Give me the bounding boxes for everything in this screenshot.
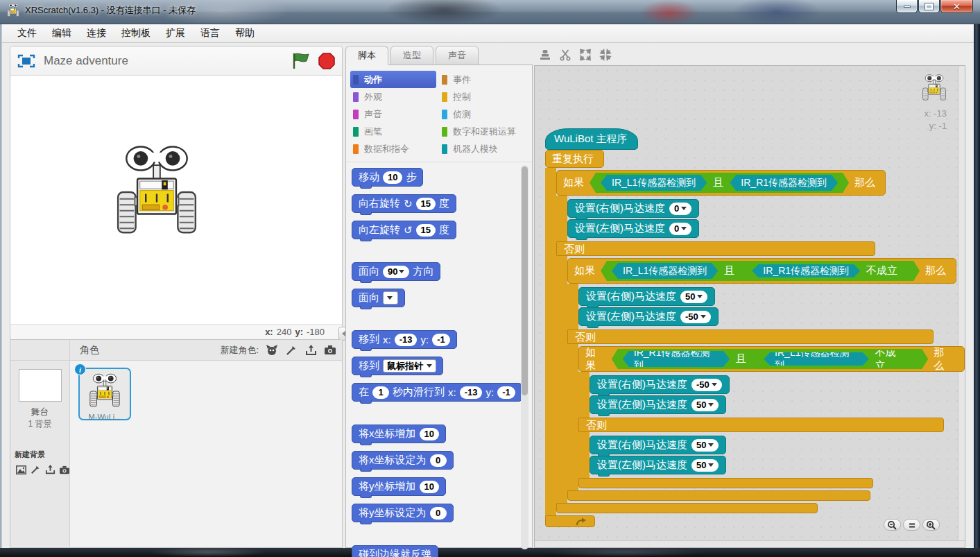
target-dropdown[interactable]: [383, 291, 398, 305]
block-change-x[interactable]: 将x坐标增加 10: [352, 425, 446, 443]
stage-thumbnail[interactable]: [19, 369, 62, 402]
upload-sprite-button[interactable]: [303, 343, 318, 357]
speed-dropdown[interactable]: 50: [691, 459, 719, 472]
y-input[interactable]: 0: [430, 507, 447, 520]
shrink-sprite-icon[interactable]: [599, 47, 612, 62]
sensor-ir-r1[interactable]: IR_R1传感器检测到: [730, 175, 838, 191]
sensor-ir-l1[interactable]: IR_L1传感器检测到: [612, 263, 718, 279]
block-goto-mouse[interactable]: 移到 鼠标指针: [352, 357, 443, 375]
block-set-y[interactable]: 将y坐标设定为 0: [352, 504, 454, 522]
speed-dropdown[interactable]: 0: [669, 223, 691, 235]
block-bounce-on-edge[interactable]: 碰到边缘就反弹: [352, 545, 438, 557]
if-else-block-1[interactable]: 如果 IR_L1传感器检测到 且 IR_R1传感器检测到 那么 设置(右侧)马达…: [556, 170, 965, 513]
delete-scissors-icon[interactable]: [558, 47, 572, 62]
palette-scrollbar-thumb[interactable]: [522, 166, 528, 395]
seconds-input[interactable]: 1: [372, 386, 389, 399]
direction-dropdown[interactable]: 90: [383, 266, 409, 278]
set-right-motor-speed-block[interactable]: 设置(右侧)马达速度 50: [578, 287, 715, 306]
block-move-steps[interactable]: 移动 10 步: [352, 168, 423, 187]
category-robot-module[interactable]: 机器人模块: [439, 140, 528, 157]
menu-file[interactable]: 文件: [10, 25, 44, 42]
sprite-info-button[interactable]: i: [74, 363, 86, 375]
block-turn-right[interactable]: 向右旋转 ↻ 15 度: [352, 194, 456, 213]
sensor-ir-l1[interactable]: IR_L1传感器检测到: [764, 352, 869, 366]
upload-backdrop-button[interactable]: [44, 463, 56, 477]
category-pen[interactable]: 画笔: [350, 123, 439, 140]
camera-sprite-button[interactable]: [323, 343, 338, 357]
block-change-y[interactable]: 将y坐标增加 10: [352, 477, 446, 496]
x-input[interactable]: 0: [430, 454, 447, 467]
camera-backdrop-button[interactable]: [58, 463, 71, 477]
block-point-towards[interactable]: 面向: [352, 289, 405, 307]
category-data[interactable]: 数据和指令: [350, 140, 439, 157]
green-flag-button[interactable]: [292, 53, 310, 69]
category-sensing[interactable]: 侦测: [439, 105, 528, 123]
not-operator[interactable]: IR_L1传感器检测到 不成立: [753, 350, 917, 368]
paint-new-sprite-button[interactable]: [284, 343, 299, 357]
goto-target-dropdown[interactable]: 鼠标指针: [383, 359, 436, 372]
sensor-ir-l1[interactable]: IR_L1传感器检测到: [601, 175, 707, 191]
menu-edit[interactable]: 编辑: [44, 25, 79, 42]
steps-input[interactable]: 10: [383, 171, 402, 184]
script-horizontal-scrollbar[interactable]: [535, 540, 965, 547]
block-set-x[interactable]: 将x坐标设定为 0: [352, 451, 454, 470]
dx-input[interactable]: 10: [420, 428, 439, 440]
if-else-block-2[interactable]: 如果 IR_L1传感器检测到 且 IR_R1传感器检测到 不成立 那么: [567, 258, 965, 501]
block-goto-xy[interactable]: 移到 x: -13 y: -1: [352, 330, 457, 349]
set-left-motor-speed-block[interactable]: 设置(左侧)马达速度 0: [567, 219, 699, 238]
maximize-button[interactable]: [918, 0, 940, 13]
script-area[interactable]: x: -13 y: -1 WuLiBot 主程序 重复执行 如果 IR_L1传感…: [534, 65, 965, 548]
set-left-motor-speed-block[interactable]: 设置(左侧)马达速度 50: [590, 456, 726, 474]
block-glide-to-xy[interactable]: 在 1 秒内滑行到 x: -13 y: -1: [352, 383, 522, 402]
set-right-motor-speed-block[interactable]: 设置(右侧)马达速度 -50: [590, 375, 730, 394]
grow-sprite-icon[interactable]: [578, 47, 592, 62]
backdrop-from-library-button[interactable]: [15, 463, 27, 477]
set-left-motor-speed-block[interactable]: 设置(左侧)马达速度 -50: [578, 307, 719, 326]
zoom-out-button[interactable]: [884, 519, 901, 531]
menu-language[interactable]: 语言: [193, 25, 227, 42]
sensor-ir-r1[interactable]: IR_R1传感器检测到: [623, 351, 730, 367]
sensor-ir-r1[interactable]: IR_R1传感器检测到: [752, 264, 860, 277]
block-point-in-direction[interactable]: 面向 90 方向: [352, 262, 440, 281]
x-input[interactable]: -13: [460, 386, 483, 399]
category-looks[interactable]: 外观: [350, 88, 439, 105]
if-else-block-3[interactable]: 如果 IR_R1传感器检测到 且 IR_L1传感器检测到 不成立: [578, 346, 965, 488]
category-control[interactable]: 控制: [439, 88, 528, 105]
new-sprite-from-library-button[interactable]: [264, 343, 280, 357]
zoom-reset-button[interactable]: [903, 519, 920, 531]
x-input[interactable]: -13: [395, 334, 418, 346]
minimize-button[interactable]: [896, 0, 918, 13]
stop-button[interactable]: [318, 53, 335, 69]
tab-scripts[interactable]: 脚本: [345, 46, 388, 65]
set-right-motor-speed-block[interactable]: 设置(右侧)马达速度 50: [590, 436, 726, 454]
speed-dropdown[interactable]: 50: [691, 439, 719, 452]
menu-board[interactable]: 控制板: [114, 25, 158, 42]
speed-dropdown[interactable]: 50: [680, 291, 707, 303]
menu-connect[interactable]: 连接: [79, 25, 114, 42]
and-operator[interactable]: IR_R1传感器检测到 且 IR_L1传感器检测到 不成立: [612, 349, 929, 369]
category-operators[interactable]: 数字和逻辑运算: [439, 123, 528, 140]
category-events[interactable]: 事件: [439, 71, 528, 88]
fullscreen-icon[interactable]: [17, 54, 35, 68]
tab-sounds[interactable]: 声音: [436, 46, 479, 65]
set-left-motor-speed-block[interactable]: 设置(左侧)马达速度 50: [590, 395, 726, 414]
hat-block-wulibot-main[interactable]: WuLiBot 主程序: [545, 128, 638, 150]
zoom-in-button[interactable]: [922, 519, 940, 531]
not-operator[interactable]: IR_R1传感器检测到 不成立: [741, 262, 909, 280]
degrees-input[interactable]: 15: [416, 224, 436, 237]
speed-dropdown[interactable]: -50: [680, 311, 711, 323]
speed-dropdown[interactable]: 50: [691, 399, 719, 411]
and-operator[interactable]: IR_L1传感器检测到 且 IR_R1传感器检测到: [590, 173, 849, 193]
forever-block[interactable]: 重复执行 如果 IR_L1传感器检测到 且 IR_R1传感器检测到 那么: [545, 150, 965, 527]
y-input[interactable]: -1: [432, 334, 450, 346]
menu-help[interactable]: 帮助: [227, 25, 262, 42]
and-operator[interactable]: IR_L1传感器检测到 且 IR_R1传感器检测到 不成立: [601, 261, 920, 281]
stage-canvas[interactable]: [10, 76, 342, 324]
category-motion[interactable]: 动作: [350, 71, 436, 88]
degrees-input[interactable]: 15: [416, 198, 436, 210]
script-vertical-scrollbar[interactable]: [958, 66, 965, 547]
speed-dropdown[interactable]: -50: [691, 379, 722, 391]
paint-new-backdrop-button[interactable]: [29, 463, 42, 477]
category-sound[interactable]: 声音: [350, 105, 439, 123]
tab-costumes[interactable]: 造型: [390, 46, 433, 65]
